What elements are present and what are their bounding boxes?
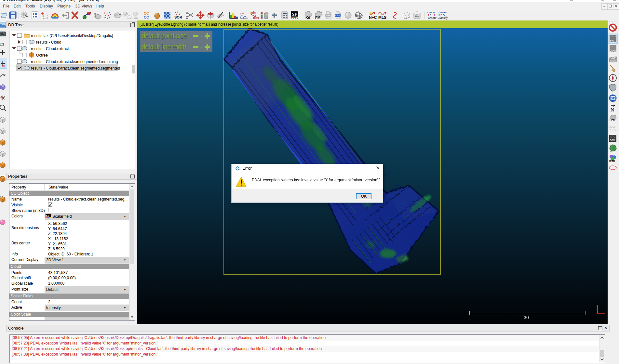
svg-text:Classify: Classify xyxy=(437,16,448,20)
svg-text:EDL: EDL xyxy=(610,40,615,43)
svg-text:CANUPO: CANUPO xyxy=(438,11,447,14)
svg-text:SHP: SHP xyxy=(326,14,331,17)
svg-text:RSD: RSD xyxy=(609,160,615,163)
svg-text:μ,σ: μ,σ xyxy=(240,11,244,15)
svg-text:CSV: CSV xyxy=(335,14,340,17)
svg-text:SOR: SOR xyxy=(174,15,182,19)
svg-text:CANUPO: CANUPO xyxy=(427,11,436,14)
svg-text:CC: CC xyxy=(144,11,149,15)
svg-text:MLS: MLS xyxy=(378,15,386,20)
svg-text:SF: SF xyxy=(611,97,615,100)
svg-text:Kd: Kd xyxy=(305,16,310,20)
svg-text:max: max xyxy=(253,16,259,20)
svg-text:FM: FM xyxy=(315,16,320,20)
svg-text:SF: SF xyxy=(46,214,50,217)
svg-text:N+C: N+C xyxy=(369,15,377,20)
svg-text:30: 30 xyxy=(524,315,529,320)
svg-text:SF: SF xyxy=(292,12,297,17)
svg-text:SSAO: SSAO xyxy=(610,50,616,52)
svg-text:M3C2: M3C2 xyxy=(609,125,616,128)
svg-text:1:1: 1:1 xyxy=(0,42,4,46)
svg-text:min: min xyxy=(250,11,256,14)
svg-text:HPR: HPR xyxy=(610,119,615,122)
svg-text:N: N xyxy=(611,107,614,112)
svg-text:to: to xyxy=(2,64,5,67)
svg-text:PCV: PCV xyxy=(610,139,615,142)
svg-text:CC: CC xyxy=(144,15,149,19)
svg-text:Create: Create xyxy=(428,16,437,20)
